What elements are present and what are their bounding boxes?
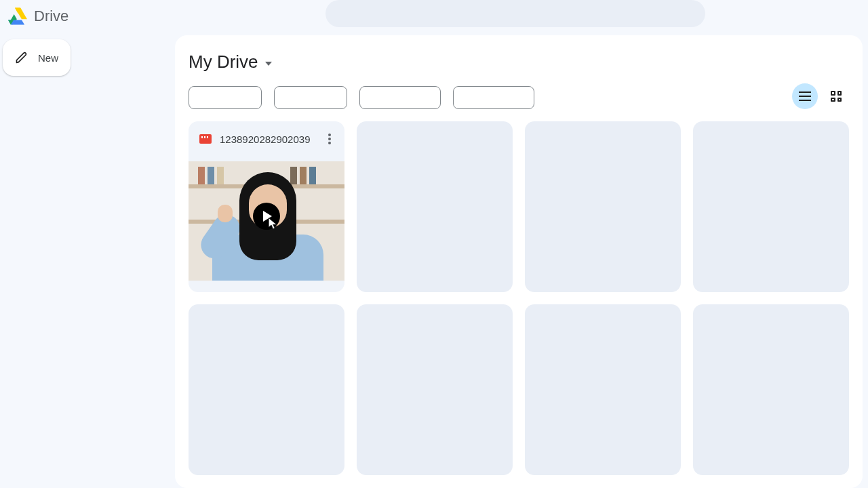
placeholder-tile <box>357 304 513 475</box>
file-tile-header: 1238920282902039 <box>189 121 344 154</box>
placeholder-tile <box>693 121 849 292</box>
more-actions-button[interactable] <box>323 131 336 147</box>
filter-chip-2[interactable] <box>274 86 347 109</box>
play-icon <box>253 203 280 230</box>
view-toggles <box>792 83 849 109</box>
app-logo[interactable]: Drive <box>8 7 68 25</box>
filter-chip-1[interactable] <box>189 86 262 109</box>
new-button[interactable]: New <box>3 39 71 76</box>
filter-chip-4[interactable] <box>453 86 534 109</box>
file-tile[interactable]: 1238920282902039 <box>189 121 344 292</box>
list-view-button[interactable] <box>792 83 818 109</box>
grid-view-button[interactable] <box>823 83 849 109</box>
list-icon <box>799 92 811 101</box>
grid-icon <box>831 91 842 102</box>
breadcrumb[interactable]: My Drive <box>175 35 863 79</box>
app-header: Drive <box>0 0 868 33</box>
file-name: 1238920282902039 <box>220 134 315 145</box>
main-panel: My Drive 1238920282902039 <box>175 35 863 488</box>
pencil-icon <box>15 51 28 64</box>
drive-logo-icon <box>8 7 27 25</box>
video-file-icon <box>199 134 212 144</box>
new-button-label: New <box>38 52 58 64</box>
thumbnail-image <box>189 161 344 281</box>
filter-row <box>175 79 863 121</box>
breadcrumb-title: My Drive <box>189 52 258 73</box>
caret-down-icon <box>265 62 272 66</box>
placeholder-tile <box>525 304 681 475</box>
placeholder-tile <box>693 304 849 475</box>
more-vertical-icon <box>328 134 331 144</box>
sidebar: New <box>3 39 165 76</box>
filter-chip-3[interactable] <box>359 86 441 109</box>
placeholder-tile <box>525 121 681 292</box>
placeholder-tile <box>189 304 344 475</box>
file-grid: 1238920282902039 <box>175 121 863 488</box>
app-name: Drive <box>34 7 68 25</box>
search-bar[interactable] <box>326 0 705 27</box>
placeholder-tile <box>357 121 513 292</box>
file-thumbnail[interactable] <box>189 154 344 292</box>
